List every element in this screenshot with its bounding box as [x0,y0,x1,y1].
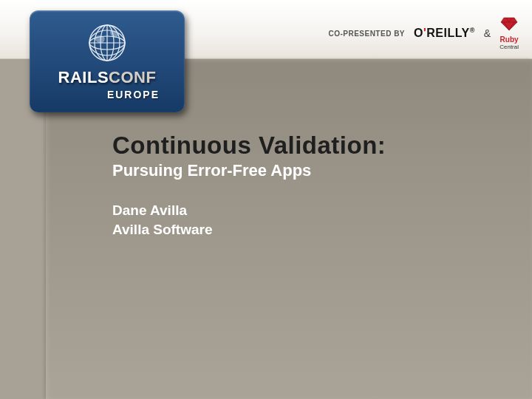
slide-text-block: Continuous Validation: Pursuing Error-Fr… [112,132,502,239]
railsconf-logo-badge: RAILSCONF EUROPE [30,10,185,112]
logo-rails: RAILS [58,68,109,86]
oreilly-logo: O'REILLY® [414,27,475,40]
globe-icon [88,24,126,62]
ampersand: & [484,27,491,39]
sponsor-row: CO-PRESENTED BY O'REILLY® & RubyCentral [328,16,519,50]
slide-subtitle: Pursuing Error-Free Apps [112,161,502,180]
svg-marker-0 [501,18,517,30]
logo-europe: EUROPE [41,89,173,100]
slide-title: Continuous Validation: [112,132,502,160]
ruby-text: Ruby [500,35,519,44]
co-presented-label: CO-PRESENTED BY [328,30,405,38]
logo-main-text: RAILSCONF [41,68,173,87]
slide-author-block: Dane Avilla Avilla Software [112,201,502,239]
logo-conf: CONF [109,68,156,86]
central-text: Central [499,44,519,50]
author-name: Dane Avilla [112,201,502,220]
rubycentral-logo: RubyCentral [499,16,519,50]
author-company: Avilla Software [112,220,502,239]
ruby-gem-icon [500,16,518,31]
